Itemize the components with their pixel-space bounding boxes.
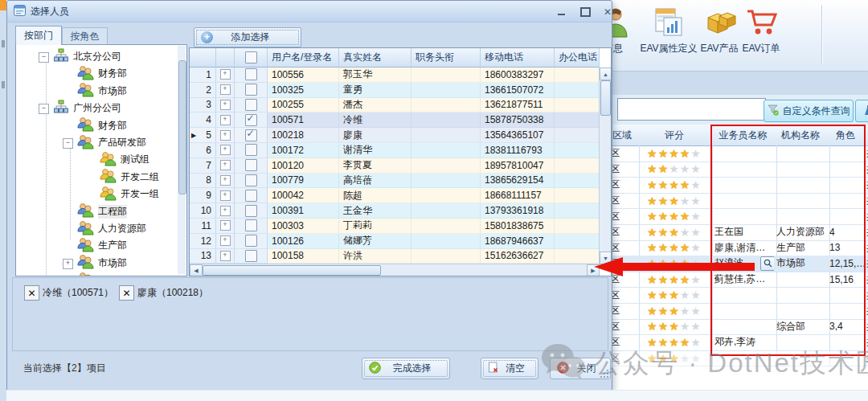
- row-checkbox[interactable]: [245, 219, 257, 231]
- grid-cell[interactable]: 10: [190, 203, 216, 219]
- grid-cell[interactable]: +: [216, 128, 235, 143]
- grid-cell[interactable]: 2: [190, 83, 216, 98]
- row-expand-icon[interactable]: +: [220, 69, 231, 80]
- grid-cell[interactable]: 冷维: [339, 113, 411, 128]
- grid-cell[interactable]: [411, 83, 481, 98]
- bg-table-header-1[interactable]: 评分: [637, 125, 713, 146]
- grid-cell[interactable]: [235, 98, 268, 113]
- grid-cell[interactable]: +: [216, 68, 235, 83]
- bg-table-cell[interactable]: ★★★★★: [637, 287, 713, 304]
- grid-cell[interactable]: 13661507072: [481, 83, 555, 98]
- grid-cell[interactable]: 100172: [268, 143, 339, 158]
- bg-table-cell[interactable]: ★★★★★: [637, 145, 713, 162]
- bg-table-cell[interactable]: 区: [608, 334, 640, 351]
- grid-cell[interactable]: 12: [190, 234, 216, 249]
- scroll-right-arrow[interactable]: ▶: [587, 264, 600, 276]
- grid-cell[interactable]: [555, 98, 600, 113]
- grid-cell[interactable]: [235, 83, 268, 98]
- bg-table-cell[interactable]: [827, 193, 867, 210]
- minimize-button[interactable]: [552, 6, 570, 18]
- grid-cell[interactable]: [555, 143, 600, 158]
- bg-table-header-3[interactable]: 机构名称: [774, 125, 828, 146]
- tree-expander-minus[interactable]: −: [39, 104, 49, 114]
- bg-table-cell[interactable]: [827, 162, 867, 178]
- grid-cell[interactable]: [411, 219, 481, 234]
- grid-cell[interactable]: 李贯夏: [339, 158, 411, 174]
- bg-table-cell[interactable]: [774, 177, 830, 194]
- tree-item-北京分公司[interactable]: 北京分公司: [53, 48, 121, 65]
- grid-cell[interactable]: [411, 234, 481, 249]
- bg-table-cell[interactable]: 4: [827, 224, 867, 241]
- bg-table-cell[interactable]: 共: [864, 145, 868, 162]
- bg-table-cell[interactable]: [827, 303, 867, 320]
- row-expand-icon[interactable]: +: [220, 251, 231, 261]
- row-checkbox[interactable]: [245, 68, 257, 80]
- bg-table-cell[interactable]: [774, 272, 830, 288]
- bg-table-cell[interactable]: ★★★★★: [637, 303, 713, 320]
- chip-remove-button[interactable]: ✕: [24, 285, 39, 301]
- grid-cell[interactable]: [555, 203, 600, 219]
- toolbar-item-boxes[interactable]: EAV产品: [697, 5, 742, 66]
- grid-cell[interactable]: 谢清华: [339, 143, 411, 158]
- bg-table-cell[interactable]: [712, 350, 777, 367]
- grid-cell[interactable]: 15878750338: [481, 113, 555, 128]
- bg-table-cell[interactable]: 邓卉,李涛: [712, 334, 777, 351]
- grid-header-0[interactable]: [190, 48, 216, 68]
- resize-grip[interactable]: [600, 369, 609, 378]
- bg-table-cell[interactable]: [712, 208, 777, 225]
- row-checkbox[interactable]: [245, 250, 257, 262]
- bg-table-cell[interactable]: ★★★★★: [637, 193, 713, 210]
- grid-cell[interactable]: [411, 98, 481, 113]
- grid-cell[interactable]: +: [216, 98, 235, 113]
- tree-item-开发二组[interactable]: 开发二组: [100, 169, 159, 186]
- grid-cell[interactable]: 100158: [268, 249, 339, 264]
- salesman-search-button[interactable]: [760, 256, 775, 271]
- grid-cell[interactable]: 100556: [268, 68, 339, 83]
- grid-cell[interactable]: [555, 83, 600, 98]
- grid-cell[interactable]: 11: [190, 219, 216, 234]
- grid-vscroll-thumb[interactable]: [600, 80, 611, 116]
- grid-cell[interactable]: 100779: [268, 174, 339, 189]
- bg-table-cell[interactable]: 综合部: [774, 319, 830, 336]
- grid-cell[interactable]: 7: [190, 158, 216, 174]
- bg-table-cell[interactable]: ★★★★★: [637, 334, 713, 351]
- grid-cell[interactable]: [235, 143, 268, 158]
- bg-table-cell[interactable]: 共: [864, 303, 868, 320]
- tree-item-市场部[interactable]: 市场部: [77, 255, 127, 272]
- bg-table-cell[interactable]: [774, 303, 830, 320]
- grid-cell[interactable]: [555, 174, 600, 189]
- grid-cell[interactable]: 100571: [268, 113, 339, 128]
- custom-query-button[interactable]: 自定义条件查询: [764, 100, 854, 122]
- bg-table-cell[interactable]: ★★★★★: [637, 256, 713, 272]
- grid-cell[interactable]: +: [216, 83, 235, 98]
- grid-cell[interactable]: +: [216, 249, 235, 264]
- bg-table-cell[interactable]: [827, 177, 867, 194]
- grid-cell[interactable]: 100391: [268, 203, 339, 219]
- bg-table-cell[interactable]: [712, 162, 777, 178]
- grid-header-3[interactable]: 用户名/登录名: [268, 48, 339, 68]
- bg-table-cell[interactable]: [827, 350, 867, 367]
- grid-cell[interactable]: 13793361918: [481, 203, 555, 219]
- bg-table-cell[interactable]: [712, 303, 777, 320]
- tree-item-工程部[interactable]: 工程部: [77, 203, 127, 220]
- bg-table-cell[interactable]: 共: [864, 334, 868, 351]
- grid-cell[interactable]: 13564365107: [481, 128, 555, 143]
- grid-cell[interactable]: +: [216, 113, 235, 128]
- tree-item-市场部[interactable]: 市场部: [77, 83, 127, 100]
- row-checkbox[interactable]: [245, 129, 257, 141]
- bg-table-cell[interactable]: ★★★★★: [637, 224, 713, 241]
- tree-item-财务部[interactable]: 财务部: [77, 65, 127, 82]
- grid-cell[interactable]: [235, 219, 268, 234]
- dialog-titlebar[interactable]: 选择人员 ✕: [7, 1, 612, 23]
- bg-table-cell[interactable]: 区: [608, 350, 640, 367]
- close-button[interactable]: ✕: [599, 6, 616, 18]
- grid-cell[interactable]: 15801838675: [481, 219, 555, 234]
- grid-cell[interactable]: 3: [190, 98, 216, 113]
- grid-cell[interactable]: [235, 68, 268, 83]
- bg-table-cell[interactable]: 王在国: [712, 224, 777, 241]
- tree-item-开发一组[interactable]: 开发一组: [100, 186, 159, 203]
- grid-hscroll-thumb[interactable]: [203, 265, 381, 276]
- grid-cell[interactable]: 13621877511: [481, 98, 555, 113]
- grid-cell[interactable]: [411, 188, 481, 203]
- bg-table-cell[interactable]: 区: [608, 303, 640, 320]
